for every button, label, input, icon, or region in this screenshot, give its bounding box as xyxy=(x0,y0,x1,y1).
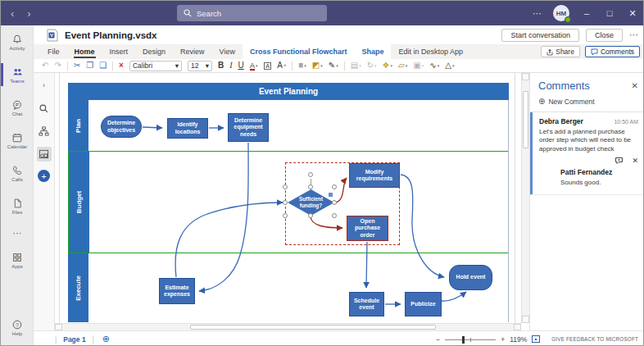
undo-button[interactable]: ↶ xyxy=(42,61,48,70)
flowchart-title-bar[interactable]: Event Planning xyxy=(68,83,509,100)
canvas-vertical-scrollbar[interactable] xyxy=(521,73,529,323)
document-more-icon[interactable]: ⋯ xyxy=(629,30,638,40)
zoom-out-icon[interactable]: − xyxy=(436,335,440,344)
stencil-shapes-icon[interactable] xyxy=(37,147,52,162)
copy-button[interactable]: ❐ xyxy=(86,61,93,70)
selection-handle[interactable] xyxy=(308,184,313,189)
more-options-icon[interactable]: ⋯ xyxy=(533,8,542,19)
scroll-right-icon[interactable] xyxy=(514,324,521,330)
edit-in-desktop-app-button[interactable]: Edit in Desktop App xyxy=(391,44,470,59)
tab-view[interactable]: View xyxy=(212,44,243,59)
sidebar-item-calls[interactable]: Calls xyxy=(1,157,34,189)
grow-font-button[interactable]: A˄ xyxy=(277,61,286,70)
bold-button[interactable]: B xyxy=(218,61,224,70)
close-document-button[interactable]: Close xyxy=(586,29,623,42)
expand-panel-icon[interactable]: › xyxy=(37,78,52,93)
maximize-button[interactable]: □ xyxy=(604,8,615,18)
selection-handle[interactable] xyxy=(283,213,288,218)
scroll-down-icon[interactable] xyxy=(522,316,529,323)
back-icon[interactable]: ‹ xyxy=(11,7,14,20)
drawing-canvas[interactable]: Plan Budget Execute Event Planning xyxy=(55,73,529,330)
shape-determine-equipment-needs[interactable]: Determine equipment needs xyxy=(228,113,269,142)
feedback-link[interactable]: GIVE FEEDBACK TO MICROSOFT xyxy=(551,336,638,342)
underline-button[interactable]: U xyxy=(238,61,244,70)
add-page-icon[interactable]: ⊕ xyxy=(102,334,110,344)
sidebar-more-icon[interactable]: ⋯ xyxy=(1,222,34,244)
shape-open-purchase-order[interactable]: Open purchase order xyxy=(347,216,388,241)
shape-estimate-expenses[interactable]: Estimate expenses xyxy=(159,278,195,304)
tab-home[interactable]: Home xyxy=(67,44,102,59)
add-shape-button[interactable]: + xyxy=(38,170,50,182)
sidebar-item-calendar[interactable]: Calendar xyxy=(1,124,34,157)
shape-schedule-event[interactable]: Schedule event xyxy=(349,292,384,316)
sidebar-item-apps[interactable]: Apps xyxy=(1,244,34,276)
minimize-button[interactable]: – xyxy=(581,8,592,18)
vertical-scroll-thumb[interactable] xyxy=(523,91,528,148)
tab-file[interactable]: File xyxy=(40,44,67,59)
fit-to-window-icon[interactable] xyxy=(532,335,540,343)
canvas-horizontal-scrollbar[interactable] xyxy=(55,323,521,330)
change-shape-button[interactable]: △▾ xyxy=(445,61,454,70)
zoom-slider-thumb[interactable] xyxy=(462,336,465,344)
delete-button[interactable]: × xyxy=(119,61,124,70)
italic-button[interactable]: I xyxy=(229,61,232,70)
ungroup-button[interactable]: ▱▾ xyxy=(398,61,407,70)
comments-button[interactable]: Comments xyxy=(585,46,640,57)
paste-button[interactable]: ❏ xyxy=(99,61,107,70)
selection-handle[interactable] xyxy=(332,184,337,189)
tab-design[interactable]: Design xyxy=(135,44,173,59)
reply-comment-icon[interactable] xyxy=(615,157,624,165)
shape-publicize[interactable]: Publicize xyxy=(405,292,442,316)
page-tab[interactable]: Page 1 xyxy=(63,335,85,344)
align-button[interactable]: ≡▾ xyxy=(298,61,306,70)
diagram-parts-icon[interactable] xyxy=(37,124,52,139)
sidebar-item-teams[interactable]: Teams xyxy=(1,58,34,91)
selection-handle[interactable] xyxy=(283,184,288,189)
lane-execute[interactable]: Execute xyxy=(68,253,509,322)
comment-thread[interactable]: Debra Berger 10:50 AM Let's add a planne… xyxy=(530,112,644,195)
zoom-level[interactable]: 119% xyxy=(510,335,527,344)
font-color-button[interactable]: A▾ xyxy=(250,61,258,70)
selection-handle[interactable] xyxy=(283,200,288,205)
fill-color-button[interactable]: ◩▾ xyxy=(312,61,323,70)
comment-reply[interactable]: Patti Fernandez Sounds good. xyxy=(539,165,638,189)
position-button[interactable]: ▤▾ xyxy=(351,61,361,70)
avatar[interactable]: HM xyxy=(553,5,569,21)
shape-identify-locations[interactable]: Identify locations xyxy=(167,118,208,139)
sidebar-item-chat[interactable]: Chat xyxy=(1,91,34,124)
selection-handle[interactable] xyxy=(332,213,337,218)
connector-button[interactable]: ∿▾ xyxy=(429,61,439,70)
new-comment-button[interactable]: ⊕ New Comment xyxy=(530,95,644,112)
group-button[interactable]: ❖▾ xyxy=(383,61,392,70)
start-conversation-button[interactable]: Start conversation xyxy=(501,29,579,42)
share-button[interactable]: Share xyxy=(541,46,580,57)
horizontal-scroll-thumb[interactable] xyxy=(190,325,436,330)
tab-review[interactable]: Review xyxy=(173,44,212,59)
shape-modify-requirements[interactable]: Modify requirements xyxy=(349,163,400,188)
shape-hold-event[interactable]: Hold event xyxy=(449,265,492,290)
cut-button[interactable]: ✂ xyxy=(74,61,80,70)
text-block-button[interactable]: A xyxy=(264,62,272,70)
shape-search-icon[interactable] xyxy=(37,101,52,116)
line-color-button[interactable]: ✎▾ xyxy=(329,61,338,70)
sidebar-item-activity[interactable]: Activity xyxy=(1,25,34,58)
scroll-left-icon[interactable] xyxy=(55,324,62,330)
selection-handle[interactable] xyxy=(332,200,337,205)
sidebar-item-files[interactable]: Files xyxy=(1,189,34,222)
zoom-in-icon[interactable]: + xyxy=(501,335,505,344)
tab-cross-functional-flowchart[interactable]: Cross Functional Flowchart xyxy=(243,44,355,59)
shape-determine-objectives[interactable]: Determine objectives xyxy=(101,116,142,138)
scroll-up-icon[interactable] xyxy=(522,73,529,80)
font-size-select[interactable]: 12▾ xyxy=(188,61,212,71)
rotation-handle[interactable] xyxy=(308,172,313,177)
sidebar-item-help[interactable]: ? Help xyxy=(1,311,34,344)
close-comments-icon[interactable]: ✕ xyxy=(632,81,638,90)
tab-insert[interactable]: Insert xyxy=(102,44,136,59)
search-input[interactable]: Search xyxy=(177,5,327,21)
close-window-button[interactable]: ✕ xyxy=(627,8,638,19)
container-button[interactable]: ▣▾ xyxy=(413,61,424,70)
resolve-comment-icon[interactable]: ✕ xyxy=(632,157,638,165)
tab-shape[interactable]: Shape xyxy=(354,44,391,59)
rotate-button[interactable]: ↻▾ xyxy=(367,61,377,70)
forward-icon[interactable]: › xyxy=(27,7,30,20)
